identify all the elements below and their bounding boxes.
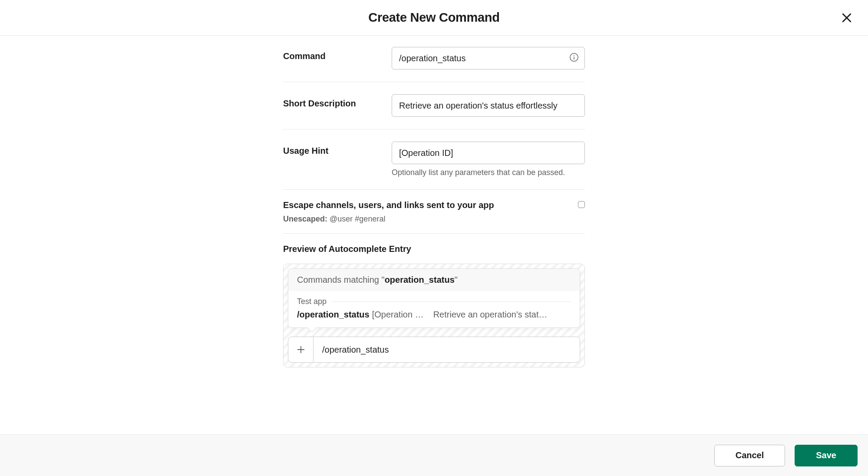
close-button[interactable] <box>838 9 856 27</box>
command-row: Command <box>283 43 585 82</box>
modal-title: Create New Command <box>368 10 499 25</box>
matching-term: operation_status <box>385 275 455 284</box>
preview-command-hint: [Operation … <box>372 310 424 320</box>
app-divider: Test app <box>297 297 571 306</box>
modal-footer: Cancel Save <box>0 434 868 476</box>
modal-body: Command Short Description <box>283 36 585 367</box>
message-input: /operation_status <box>288 337 580 363</box>
escape-sub: Unescaped: @user #general <box>283 215 494 224</box>
escape-label: Escape channels, users, and links sent t… <box>283 200 494 210</box>
short-description-input[interactable] <box>392 94 585 117</box>
escape-row: Escape channels, users, and links sent t… <box>283 190 585 234</box>
short-description-label: Short Description <box>283 99 356 108</box>
command-label: Command <box>283 51 326 61</box>
command-entry: /operation_status [Operation … Retrieve … <box>297 310 571 320</box>
preview-app-name: Test app <box>297 297 327 306</box>
close-icon <box>840 11 853 24</box>
plus-icon <box>296 345 306 354</box>
modal-header: Create New Command <box>0 0 868 36</box>
matching-prefix: Commands matching " <box>297 275 385 284</box>
matching-suffix: " <box>455 275 458 284</box>
usage-hint-label: Usage Hint <box>283 146 328 155</box>
short-description-row: Short Description <box>283 82 585 129</box>
message-input-text[interactable]: /operation_status <box>314 337 580 362</box>
usage-hint-row: Usage Hint Optionally list any parameter… <box>283 129 585 190</box>
autocomplete-box: Commands matching "operation_status" Tes… <box>288 268 580 328</box>
info-icon[interactable] <box>569 53 579 64</box>
escape-checkbox[interactable] <box>578 201 585 208</box>
preview-container: Commands matching "operation_status" Tes… <box>283 264 585 367</box>
command-input[interactable] <box>392 47 585 69</box>
autocomplete-header: Commands matching "operation_status" <box>288 269 580 291</box>
escape-sub-prefix: Unescaped: <box>283 215 327 223</box>
escape-sub-value: @user #general <box>330 215 385 223</box>
save-button[interactable]: Save <box>795 445 858 466</box>
preview-command-name: /operation_status <box>297 310 370 320</box>
preview-title: Preview of Autocomplete Entry <box>283 244 585 254</box>
svg-point-4 <box>574 55 574 56</box>
cancel-button[interactable]: Cancel <box>714 445 785 466</box>
usage-hint-input[interactable] <box>392 142 585 164</box>
plus-button[interactable] <box>288 337 314 362</box>
usage-hint-helper: Optionally list any parameters that can … <box>392 168 585 177</box>
preview-command-desc: Retrieve an operation's stat… <box>433 310 571 320</box>
divider-line <box>332 301 571 302</box>
preview-section: Preview of Autocomplete Entry Commands m… <box>283 234 585 367</box>
